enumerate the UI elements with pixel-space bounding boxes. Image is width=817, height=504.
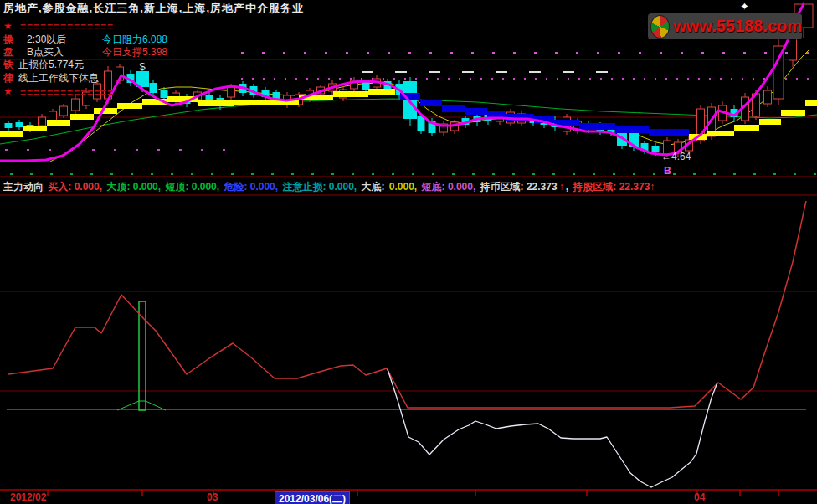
status-segment: 注意止损: 0.000, <box>282 181 359 193</box>
watermark-logo: www.55188.com <box>648 13 802 39</box>
logo-url-text: www.55188.com <box>673 17 802 36</box>
tactic-tag-1: 操 <box>3 34 13 45</box>
status-segment: 0.000, <box>389 181 420 193</box>
date-axis[interactable]: 2012/02032012/03/06(二)04 <box>0 491 817 504</box>
status-segment: , <box>566 181 572 193</box>
status-segment: 持币区域: 22.373 <box>480 181 558 193</box>
axis-label: 03 <box>207 491 218 503</box>
star-icon: ★ <box>3 21 13 32</box>
pinwheel-icon <box>650 15 670 39</box>
status-segment: ↑ <box>559 181 564 193</box>
resistance-label: 今日阻力6.088 <box>102 34 167 45</box>
tactic-text-3: 止损价5.774元 <box>18 59 84 70</box>
status-segment: 大顶: 0.000, <box>106 181 163 193</box>
tactic-tag-2: 盘 <box>3 47 13 58</box>
tactic-tag-3: 铁 <box>3 59 13 70</box>
stock-concept-title: 房地产,参股金融,长江三角,新上海,上海,房地产中介服务业 <box>3 3 304 13</box>
tactic-text-2: B点买入 <box>27 47 64 58</box>
star-icon: ★ <box>3 86 13 97</box>
buy-signal-marker: B <box>664 166 671 177</box>
tactic-text-1: 2:30以后 <box>27 34 66 45</box>
axis-label: 2012/02 <box>10 491 46 503</box>
date-cursor-box[interactable]: 2012/03/06(二) <box>275 491 350 504</box>
divider-text: ============== <box>20 88 114 99</box>
trading-app-window: 房地产,参股金融,长江三角,新上海,上海,房地产中介服务业 ★ ========… <box>0 0 817 504</box>
tactic-text-4: 线上工作线下休息 <box>18 73 99 84</box>
status-segment: 主力动向 <box>3 181 46 193</box>
status-segment: 买入: 0.000, <box>48 181 105 193</box>
indicator-status-bar: 主力动向 买入: 0.000, 大顶: 0.000, 短顶: 0.000, 危险… <box>3 180 815 193</box>
support-label: 今日支撑5.398 <box>102 47 167 58</box>
divider-text: ============== <box>20 22 114 33</box>
status-segment: 短顶: 0.000, <box>165 181 222 193</box>
price-callout: ←4.64 <box>661 152 691 162</box>
axis-label: 04 <box>694 491 705 503</box>
chart-canvas[interactable] <box>0 0 817 504</box>
status-segment: 大底: <box>362 181 388 193</box>
sparkle-icon: ✦ <box>740 0 749 13</box>
status-segment: 持股区域: 22.373↑ <box>573 181 655 193</box>
sell-signal-marker: S <box>139 62 146 73</box>
tactic-tag-4: 律 <box>3 73 13 84</box>
status-segment: 危险: 0.000, <box>224 181 280 193</box>
status-segment: 短底: 0.000, <box>422 181 479 193</box>
